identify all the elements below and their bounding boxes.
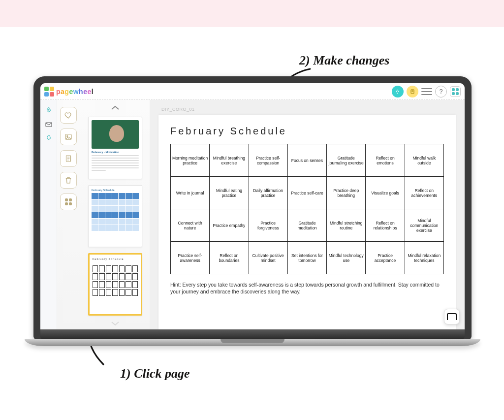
- svg-point-4: [67, 135, 68, 136]
- schedule-cell[interactable]: Mindful relaxation techniques: [405, 242, 443, 274]
- thumbnail-image: [92, 120, 139, 149]
- thumbs-up-button[interactable]: [85, 103, 146, 114]
- page-title[interactable]: February Schedule: [170, 126, 444, 137]
- svg-rect-2: [46, 123, 52, 127]
- menu-button[interactable]: [421, 88, 432, 95]
- thumbnail-title: February Schedule: [93, 258, 138, 260]
- app-screen: pagewheel ?: [40, 83, 465, 329]
- schedule-cell[interactable]: Focus on senses: [287, 144, 326, 177]
- thumbnail-page-1[interactable]: February - Motivation: [88, 117, 142, 179]
- schedule-cell[interactable]: Practice empathy: [210, 209, 249, 242]
- schedule-cell[interactable]: Mindful technology use: [327, 242, 366, 274]
- schedule-cell[interactable]: Practice self-awareness: [171, 242, 210, 274]
- favorite-tool[interactable]: [60, 107, 77, 124]
- page-hint-text[interactable]: Hint: Every step you take towards self-a…: [170, 281, 444, 295]
- schedule-cell[interactable]: Mindful stretching routine: [327, 209, 366, 242]
- page-header-band: [0, 0, 504, 27]
- schedule-cell[interactable]: Mindful walk outside: [405, 144, 443, 177]
- schedule-cell[interactable]: Reflect on emotions: [366, 144, 405, 177]
- thumbs-down-button[interactable]: [85, 319, 146, 329]
- schedule-cell[interactable]: Reflect on achievements: [405, 177, 443, 209]
- schedule-cell[interactable]: Visualize goals: [366, 177, 405, 209]
- schedule-cell[interactable]: Set intentions for tomorrow: [287, 242, 326, 274]
- rail-rocket-icon[interactable]: [45, 107, 53, 115]
- thumbnail3-grid: [93, 265, 138, 296]
- page-document[interactable]: February Schedule Morning meditation pra…: [158, 115, 456, 329]
- svg-point-1: [48, 109, 49, 110]
- brand-logo[interactable]: pagewheel: [44, 87, 94, 97]
- schedule-cell[interactable]: Gratitude journaling exercise: [327, 144, 366, 177]
- app-topbar: pagewheel ?: [40, 83, 465, 100]
- thumbnail-page-2[interactable]: February Schedule: [88, 185, 142, 248]
- canvas-tab-label: DIY_CORO_01: [158, 106, 456, 115]
- pinwheel-icon: [44, 87, 54, 97]
- tool-column: [57, 100, 81, 329]
- page-tool[interactable]: [60, 150, 77, 167]
- brand-name: pagewheel: [56, 88, 94, 96]
- schedule-cell[interactable]: Practice deep breathing: [327, 177, 366, 209]
- schedule-cell[interactable]: Morning meditation practice: [171, 144, 210, 177]
- schedule-cell[interactable]: Reflect on relationships: [366, 209, 405, 242]
- schedule-cell[interactable]: Mindful communication exercise: [405, 209, 443, 242]
- schedule-cell[interactable]: Gratitude meditation: [287, 209, 326, 242]
- rail-rocket2-icon[interactable]: [45, 134, 53, 142]
- image-tool[interactable]: [60, 129, 77, 145]
- schedule-cell[interactable]: Reflect on boundaries: [210, 242, 249, 274]
- document-button[interactable]: [407, 86, 418, 97]
- laptop-mock: pagewheel ?: [33, 76, 472, 346]
- page-thumbnails: February - Motivation February Schedule: [81, 100, 150, 329]
- rail-mail-icon[interactable]: [45, 121, 53, 129]
- thumbnail-title: February - Motivation: [92, 151, 139, 154]
- thumbnail-page-3[interactable]: February Schedule: [88, 253, 142, 316]
- delete-tool[interactable]: [60, 172, 77, 189]
- left-rail: [40, 100, 57, 329]
- publish-button[interactable]: [392, 86, 404, 97]
- apps-grid-button[interactable]: [450, 86, 461, 97]
- thumbnail2-grid: [92, 193, 139, 248]
- editor-canvas[interactable]: DIY_CORO_01 February Schedule Morning me…: [150, 100, 465, 329]
- schedule-grid[interactable]: Morning meditation practiceMindful breat…: [170, 144, 444, 274]
- layout-tool[interactable]: [60, 194, 77, 210]
- thumbnail-title: February Schedule: [92, 189, 139, 192]
- schedule-cell[interactable]: Practice forgiveness: [249, 209, 287, 242]
- schedule-cell[interactable]: Mindful breathing exercise: [210, 144, 249, 177]
- schedule-cell[interactable]: Daily affirmation practice: [249, 177, 287, 209]
- schedule-cell[interactable]: Cultivate positive mindset: [249, 242, 287, 274]
- chat-widget[interactable]: [444, 309, 460, 324]
- schedule-cell[interactable]: Practice self-care: [287, 177, 326, 209]
- schedule-cell[interactable]: Practice acceptance: [366, 242, 405, 274]
- help-button[interactable]: ?: [435, 86, 447, 97]
- schedule-cell[interactable]: Mindful eating practice: [210, 177, 249, 209]
- schedule-cell[interactable]: Write in journal: [171, 177, 210, 209]
- schedule-cell[interactable]: Connect with nature: [171, 209, 210, 242]
- schedule-cell[interactable]: Practice self-compassion: [249, 144, 287, 177]
